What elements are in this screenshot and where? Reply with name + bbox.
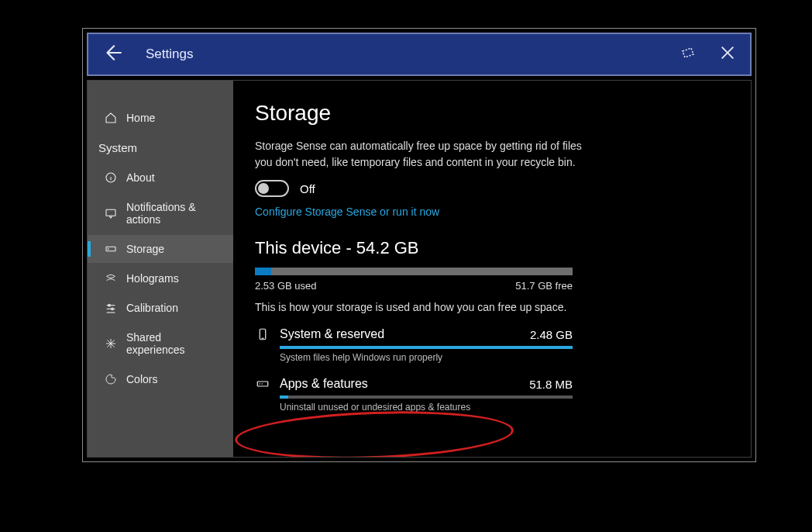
storage-category-system-reserved[interactable]: System & reserved 2.48 GB System files h… [255, 327, 573, 363]
sidebar-item-label: Shared experiences [126, 331, 221, 356]
sidebar-item-label: Notifications & actions [126, 201, 221, 226]
sidebar: Home System About Notifications & action… [88, 81, 233, 457]
category-title: Apps & features [280, 377, 368, 391]
sidebar-item-label: Calibration [126, 302, 178, 314]
home-icon [105, 112, 117, 124]
sidebar-category-system: System [88, 133, 233, 162]
sidebar-item-calibration[interactable]: Calibration [88, 294, 233, 322]
sidebar-item-label: Colors [126, 373, 157, 385]
sidebar-category-label: System [98, 141, 137, 154]
sidebar-item-storage[interactable]: Storage [88, 235, 233, 263]
palette-icon [105, 373, 117, 385]
sidebar-item-label: Holograms [126, 272, 179, 285]
main-panel: Storage Storage Sense can automatically … [233, 81, 751, 457]
sidebar-item-label: About [126, 171, 155, 184]
content-area: Home System About Notifications & action… [87, 80, 752, 458]
overall-storage-fill [255, 268, 271, 275]
sidebar-item-notifications[interactable]: Notifications & actions [88, 193, 233, 233]
category-size: 2.48 GB [530, 328, 573, 341]
sidebar-item-holograms[interactable]: Holograms [88, 264, 233, 292]
storage-sense-description: Storage Sense can automatically free up … [255, 138, 588, 171]
holograms-icon [105, 272, 117, 285]
app-title: Settings [146, 47, 193, 62]
close-button[interactable] [719, 44, 736, 64]
overall-storage-bar [255, 268, 573, 275]
svg-point-5 [108, 248, 108, 249]
window-resize-button[interactable] [679, 43, 697, 65]
storage-sense-toggle-row: Off [255, 180, 728, 197]
titlebar: Settings [87, 33, 752, 76]
used-label: 2.53 GB used [255, 280, 317, 292]
category-subtext: System files help Windows run properly [280, 352, 573, 363]
category-title: System & reserved [280, 327, 384, 341]
notification-icon [105, 207, 117, 219]
device-heading: This device - 54.2 GB [255, 238, 728, 258]
sidebar-item-home[interactable]: Home [88, 104, 233, 132]
sidebar-item-shared-experiences[interactable]: Shared experiences [88, 323, 233, 364]
back-button[interactable] [102, 43, 122, 66]
storage-sense-toggle-label: Off [300, 182, 315, 195]
sidebar-item-label: Storage [126, 243, 164, 255]
overall-bar-labels: 2.53 GB used 51.7 GB free [255, 280, 573, 292]
storage-sense-toggle[interactable] [255, 180, 289, 197]
arrow-left-icon [102, 43, 122, 63]
page-title: Storage [255, 101, 728, 126]
usage-description: This is how your storage is used and how… [255, 301, 728, 313]
close-icon [719, 44, 736, 61]
category-size: 51.8 MB [529, 378, 573, 391]
sidebar-item-about[interactable]: About [88, 164, 233, 192]
category-bar [280, 346, 573, 349]
settings-window: Settings Home System [82, 28, 756, 462]
storage-icon [105, 243, 117, 255]
storage-category-apps-features[interactable]: Apps & features 51.8 MB Uninstall unused… [255, 377, 573, 413]
sliders-icon [105, 302, 117, 314]
device-icon [255, 327, 270, 341]
free-label: 51.7 GB free [515, 280, 573, 292]
resize-icon [679, 43, 697, 62]
sidebar-item-colors[interactable]: Colors [88, 365, 233, 393]
titlebar-left: Settings [102, 43, 193, 66]
sidebar-item-label: Home [126, 112, 155, 124]
category-subtext: Uninstall unused or undesired apps & fea… [280, 402, 573, 413]
svg-rect-3 [106, 209, 115, 216]
apps-icon [255, 377, 270, 391]
titlebar-right [679, 43, 736, 65]
configure-storage-sense-link[interactable]: Configure Storage Sense or run it now [255, 206, 439, 218]
shared-icon [105, 337, 117, 350]
info-icon [105, 171, 117, 184]
category-bar [280, 396, 573, 399]
